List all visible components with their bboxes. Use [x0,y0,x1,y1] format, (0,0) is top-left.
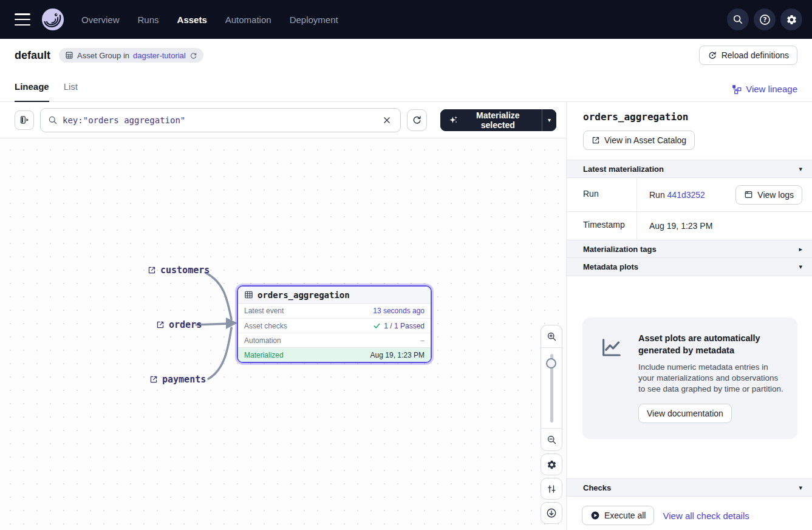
svg-text:?: ? [763,16,766,23]
plots-card-body: Include numeric metadata entries in your… [638,362,785,395]
node-row-label: Materialized [244,351,284,359]
reload-definitions-button[interactable]: Reload definitions [699,46,797,65]
run-label: Run [567,178,637,211]
chevron-down-icon: ▾ [799,484,802,492]
chevron-down-icon: ▾ [799,263,802,271]
asset-node-title: orders_aggregation [258,290,350,300]
asset-search-box [40,108,401,132]
hamburger-menu-button[interactable] [15,13,30,25]
nav-overview[interactable]: Overview [81,15,120,25]
topnav-actions: ? [727,8,802,30]
code-location-link[interactable]: dagster-tutorial [133,51,186,60]
run-value: Run 441d3252 [649,190,705,200]
node-row-value: 13 seconds ago [373,307,425,315]
run-id-link[interactable]: 441d3252 [667,190,705,200]
settings-button[interactable] [780,8,802,30]
section-latest-materialization[interactable]: Latest materialization ▾ [567,160,812,178]
sparkle-icon [449,115,458,125]
graph-filters-button[interactable] [541,478,562,500]
asset-plots-card: Asset plots are automatically generated … [582,318,797,439]
node-row-value: Aug 19, 1:23 PM [370,351,425,359]
line-chart-icon [599,336,624,360]
zoom-in-button[interactable] [541,325,562,347]
main-nav: Overview Runs Assets Automation Deployme… [81,15,338,25]
section-title: Latest materialization [583,165,664,174]
help-icon: ? [759,14,771,25]
view-all-check-details-link[interactable]: View all check details [663,511,749,521]
zoom-controls [541,325,562,451]
run-row: Run Run 441d3252 View logs [567,178,812,212]
section-title: Metadata plots [583,262,638,271]
page-title: default [15,49,50,62]
section-metadata-plots[interactable]: Metadata plots ▾ [567,258,812,276]
view-logs-label: View logs [757,190,794,200]
play-icon [590,511,600,520]
materialize-selected-label: Materialize selected [463,110,533,130]
upstream-asset-label: orders [169,319,202,330]
view-in-asset-catalog-button[interactable]: View in Asset Catalog [583,131,695,150]
view-documentation-button[interactable]: View documentation [638,404,732,423]
section-materialization-tags[interactable]: Materialization tags ▸ [567,240,812,258]
node-row-label: Automation [244,336,281,345]
node-row-materialized: Materialized Aug 19, 1:23 PM [238,347,431,362]
help-button[interactable]: ? [754,8,776,30]
nav-assets[interactable]: Assets [177,15,207,25]
tab-lineage[interactable]: Lineage [15,81,49,102]
view-documentation-label: View documentation [647,409,723,418]
global-search-button[interactable] [727,8,749,30]
upstream-asset-customers[interactable]: customers [148,265,210,276]
view-in-asset-catalog-label: View in Asset Catalog [604,135,686,145]
zoom-slider[interactable] [541,347,562,429]
collapse-sidebar-button[interactable] [15,110,34,130]
tab-list[interactable]: List [64,81,78,101]
dagster-logo-icon[interactable] [41,8,64,31]
arrow-down-circle-icon [546,508,557,518]
lineage-canvas[interactable]: customers orders payme [0,138,566,530]
nav-automation[interactable]: Automation [225,15,271,25]
nav-runs[interactable]: Runs [138,15,159,25]
refresh-icon [412,115,422,125]
timestamp-row: Timestamp Aug 19, 1:23 PM [567,212,812,240]
timestamp-value: Aug 19, 1:23 PM [637,212,812,240]
execute-all-button[interactable]: Execute all [582,506,654,525]
checks-actions: Execute all View all check details [567,497,812,525]
node-row-label: Latest event [244,307,284,315]
node-row-automation: Automation – [238,333,431,347]
section-checks[interactable]: Checks ▾ [567,478,812,497]
latest-materialization-table: Run Run 441d3252 View logs [567,178,812,240]
gear-icon [547,460,557,470]
search-input[interactable] [63,115,374,125]
recenter-graph-button[interactable] [541,502,562,524]
chevron-right-icon: ▸ [799,245,802,253]
upstream-asset-payments[interactable]: payments [149,374,206,385]
upstream-asset-orders[interactable]: orders [156,319,202,330]
search-icon [732,14,743,25]
zoom-out-button[interactable] [541,429,562,450]
view-logs-button[interactable]: View logs [735,185,802,205]
node-row-label: Asset checks [244,322,287,330]
view-lineage-link[interactable]: View lineage [732,84,797,101]
lineage-toolbar: Materialize selected ▾ [0,102,566,138]
graph-settings-button[interactable] [541,454,562,475]
reload-definitions-icon [708,50,717,60]
view-lineage-label: View lineage [746,84,797,94]
gear-icon [786,14,797,25]
table-icon [244,290,253,299]
clear-search-button[interactable] [378,112,395,129]
zoom-out-icon [547,435,557,445]
lineage-graph-icon [732,84,742,94]
nav-deployment[interactable]: Deployment [290,15,338,25]
materialize-selected-button[interactable]: Materialize selected [440,109,542,131]
refresh-graph-button[interactable] [407,109,427,131]
materialize-dropdown-button[interactable]: ▾ [542,109,556,131]
asset-group-badge: Asset Group in dagster-tutorial [59,48,203,63]
asset-node-orders-aggregation[interactable]: orders_aggregation Latest event 13 secon… [237,285,432,363]
external-link-icon [149,375,158,384]
node-row-value: – [420,336,425,345]
badge-refresh-icon[interactable] [189,52,197,59]
zoom-slider-handle[interactable] [546,358,556,369]
section-title: Materialization tags [583,245,657,254]
chevron-down-icon: ▾ [548,117,551,123]
timestamp-label: Timestamp [567,212,637,240]
asset-group-badge-text: Asset Group in [77,51,129,60]
